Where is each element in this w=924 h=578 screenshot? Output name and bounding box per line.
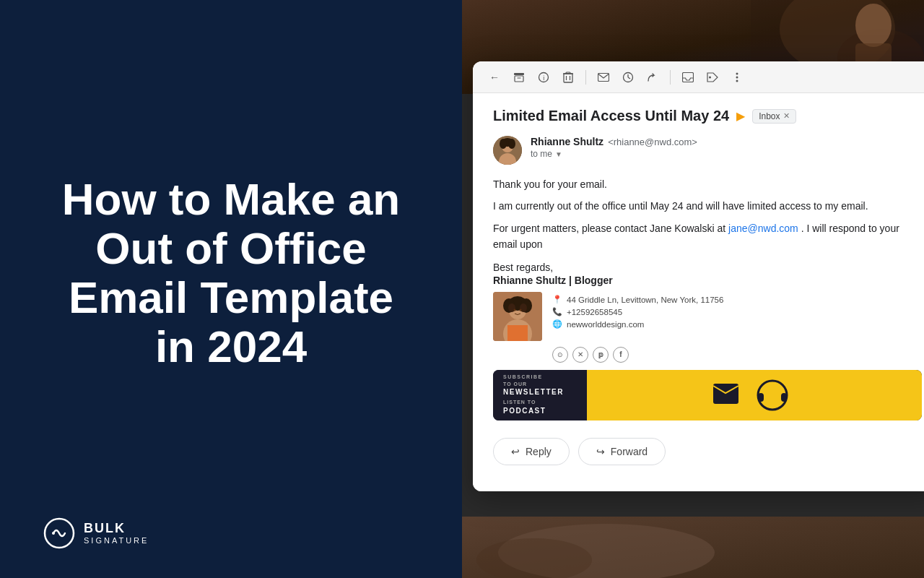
social-twitter-icon[interactable]: ✕: [572, 347, 588, 363]
badge-close-icon[interactable]: ✕: [783, 111, 790, 121]
svg-point-29: [736, 79, 738, 82]
toolbar-divider-2: [670, 70, 671, 85]
svg-rect-12: [515, 76, 523, 82]
info-icon[interactable]: i: [533, 67, 554, 87]
email-toolbar: ← i: [473, 61, 924, 93]
newsletter-left: SUBSCRIBE to our NEWSLETTER listen to PO…: [493, 370, 587, 420]
email-content: Limited Email Access Until May 24 ▶ Inbo…: [473, 93, 924, 491]
svg-point-45: [514, 309, 516, 311]
sig-details: 📍 44 Griddle Ln, Levittown, New York, 11…: [552, 292, 723, 329]
reply-button[interactable]: ↩ Reply: [493, 438, 570, 465]
back-icon[interactable]: ←: [484, 67, 505, 87]
website-icon: 🌐: [552, 319, 562, 329]
sig-website-row: 🌐 newworlddesign.com: [552, 319, 723, 329]
sender-email: <rhianne@nwd.com>: [608, 137, 697, 147]
svg-rect-51: [758, 393, 764, 402]
brand-logo: BULK SIGNATURE: [43, 517, 419, 549]
email-subject: Limited Email Access Until May 24: [493, 108, 729, 124]
sender-row: Rhianne Shultz <rhianne@nwd.com> to me ▼: [493, 136, 922, 165]
svg-rect-16: [564, 74, 572, 82]
email-client: ← i: [473, 61, 924, 491]
signature-block: Best regards, Rhianne Shultz | Blogger: [493, 262, 922, 420]
sender-to: to me ▼: [531, 149, 697, 159]
toolbar-divider-1: [585, 70, 586, 85]
sig-name: Rhianne Shultz | Blogger: [493, 275, 922, 286]
svg-point-27: [736, 72, 738, 74]
left-panel: How to Make an Out of Office Email Templ…: [0, 0, 462, 578]
sig-regards: Best regards,: [493, 262, 922, 273]
right-panel: ← i: [462, 0, 924, 578]
hero-title: How to Make an Out of Office Email Templ…: [43, 175, 419, 372]
svg-point-26: [709, 76, 711, 78]
sig-address-row: 📍 44 Griddle Ln, Levittown, New York, 11…: [552, 295, 723, 305]
svg-rect-47: [507, 325, 528, 341]
forward-arrow-icon: ▶: [736, 109, 745, 123]
sig-phone-row: 📞 +12592658545: [552, 307, 723, 317]
social-facebook-icon[interactable]: f: [613, 347, 629, 363]
email-body: Thank you for your email. I am currently…: [493, 176, 922, 253]
archive-icon[interactable]: [509, 67, 529, 87]
scene-bg-bottom: [462, 517, 924, 578]
body-line1: Thank you for your email.: [493, 176, 922, 192]
svg-rect-18: [566, 72, 570, 74]
brand-sub: SIGNATURE: [84, 536, 149, 545]
svg-point-1: [52, 532, 55, 535]
body-line3: For urgent matters, please contact Jane …: [493, 220, 922, 253]
svg-text:i: i: [543, 74, 544, 82]
svg-point-28: [736, 76, 738, 78]
delete-icon[interactable]: [558, 67, 578, 87]
inbox-badge[interactable]: Inbox ✕: [752, 109, 796, 124]
forward-button[interactable]: ↪ Forward: [578, 438, 666, 465]
inbox-icon[interactable]: [678, 67, 698, 87]
sender-avatar: [493, 136, 522, 165]
brand-name: BULK: [84, 522, 149, 536]
forward-arrow-icon: ↪: [596, 446, 605, 457]
social-tiktok-icon[interactable]: ⊙: [552, 347, 568, 363]
newsletter-right: [587, 370, 922, 420]
action-buttons: ↩ Reply ↪ Forward: [493, 432, 922, 477]
social-row: ⊙ ✕ 𝕡 f: [493, 347, 922, 363]
svg-rect-49: [713, 384, 738, 404]
email-icon[interactable]: [593, 67, 614, 87]
svg-point-36: [508, 139, 515, 149]
sender-info: Rhianne Shultz <rhianne@nwd.com> to me ▼: [531, 136, 697, 159]
sender-name: Rhianne Shultz: [531, 136, 603, 147]
forward-toolbar-icon[interactable]: [642, 67, 663, 87]
body-line2: I am currently out of the office until M…: [493, 198, 922, 214]
sig-card: 📍 44 Griddle Ln, Levittown, New York, 11…: [493, 292, 922, 341]
svg-line-24: [628, 77, 630, 79]
svg-point-6: [855, 4, 892, 47]
sig-photo: [493, 292, 542, 341]
subject-row: Limited Email Access Until May 24 ▶ Inbo…: [493, 108, 922, 124]
social-pinterest-icon[interactable]: 𝕡: [593, 347, 609, 363]
newsletter-text: SUBSCRIBE to our NEWSLETTER listen to PO…: [503, 374, 577, 416]
newsletter-banner[interactable]: SUBSCRIBE to our NEWSLETTER listen to PO…: [493, 370, 922, 420]
contact-link[interactable]: jane@nwd.com: [728, 223, 798, 234]
reply-arrow-icon: ↩: [511, 446, 520, 457]
brand-icon: [43, 517, 75, 549]
clock-icon[interactable]: [618, 67, 638, 87]
to-dropdown-icon[interactable]: ▼: [555, 150, 562, 158]
badge-label: Inbox: [759, 111, 780, 121]
address-icon: 📍: [552, 295, 562, 305]
svg-rect-52: [781, 393, 787, 402]
phone-icon: 📞: [552, 307, 562, 317]
label-icon[interactable]: [702, 67, 723, 87]
svg-point-46: [520, 309, 522, 311]
brand-text: BULK SIGNATURE: [84, 522, 149, 545]
svg-point-35: [500, 139, 507, 149]
more-icon[interactable]: [727, 67, 747, 87]
svg-rect-11: [514, 73, 524, 75]
